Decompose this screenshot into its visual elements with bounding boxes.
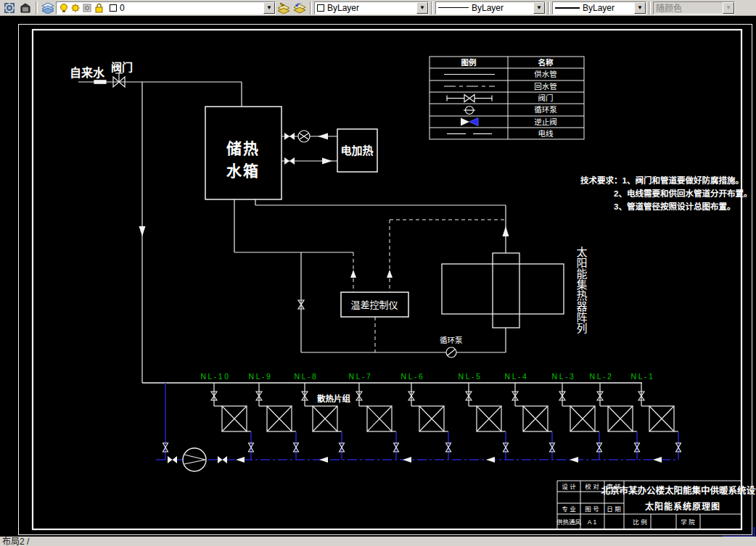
nl-label: NL-4	[505, 372, 529, 381]
layer-states-icon	[20, 2, 31, 14]
toolbar-separator	[310, 1, 312, 15]
linetype-dropdown-arrow[interactable]: ▼	[533, 2, 545, 14]
lineweight-value: ByLayer	[583, 3, 615, 13]
nl-label: NL-10	[200, 372, 230, 381]
lineweight-combobox[interactable]: ByLayer ▼	[552, 1, 646, 15]
layer-states-button[interactable]	[17, 1, 33, 15]
tech-line1: 技术要求：1、阀门和管道要做好防腐措施。	[580, 175, 744, 185]
legend-col-name: 名称	[538, 58, 554, 67]
return-pump-assembly	[163, 383, 228, 471]
toolbar-separator	[548, 1, 550, 15]
legend-pump-symbol	[464, 107, 475, 115]
layers-button[interactable]	[40, 1, 56, 15]
tb-project-title: 北京市某办公楼太阳能集中供暖系统设计	[601, 485, 756, 496]
wire-arrow-up	[350, 270, 356, 278]
tech-line2: 2、电线需要和供回水管道分开布置。	[614, 189, 752, 198]
color-value: ByLayer	[327, 3, 359, 13]
layer-previous-button[interactable]	[292, 1, 308, 15]
layout-tabs-strip[interactable]: 布局2 /	[0, 537, 756, 546]
legend-name-checkvalve: 逆止阀	[534, 117, 557, 126]
nl-label: NL-3	[552, 372, 576, 381]
legend-name-wire: 电线	[538, 129, 554, 138]
radiator-labels: NL-10 NL-9 NL-8 NL-7 NL-6 NL-5 NL-4 NL-3…	[200, 372, 654, 381]
make-layer-current-button[interactable]	[276, 1, 292, 15]
tb-drawingno-label: 图 号	[585, 505, 599, 513]
tb-college-label: 学 院	[681, 518, 695, 526]
schematic-svg: 自来水 阀门 储热 水箱 电加热	[0, 16, 756, 537]
tank-label-line2: 水箱	[226, 162, 260, 179]
collector-pump-label: 循环泵	[440, 336, 463, 344]
tb-design-label: 设 计	[562, 483, 576, 490]
plotstyle-dropdown-arrow: ▼	[723, 2, 734, 14]
collector-pump-icon	[446, 347, 456, 357]
inlet-valve-label: 阀门	[111, 61, 133, 73]
valve-icon	[284, 157, 295, 165]
legend-name-valve: 阀门	[538, 94, 554, 102]
nl-label: NL-5	[459, 372, 482, 381]
heater-label: 电加热	[340, 144, 373, 157]
tb-scale-label: 比 例	[633, 518, 646, 526]
layer-dropdown-arrow[interactable]: ▼	[263, 2, 275, 14]
tb-check-label: 校 对	[585, 483, 599, 490]
lineweight-glyph	[555, 7, 580, 9]
solar-collector	[442, 253, 564, 328]
make-layer-current-icon	[277, 2, 290, 14]
legend-name-supply: 供水管	[534, 70, 557, 78]
controller-label: 温差控制仪	[350, 299, 398, 310]
tech-requirements: 技术要求：1、阀门和管道要做好防腐措施。 2、电线需要和供回水管道分开布置。 3…	[580, 175, 752, 211]
legend-name-return: 回水管	[534, 82, 557, 91]
lineweight-dropdown-arrow[interactable]: ▼	[634, 2, 646, 14]
wire-arrow-up	[387, 270, 393, 278]
layer-combobox[interactable]: 0 ▼	[56, 1, 276, 15]
electric-heater: 电加热	[337, 129, 377, 172]
current-color-swatch	[317, 4, 324, 12]
tb-major-value: 供热通风	[556, 518, 582, 526]
nl-label: NL-8	[295, 372, 319, 381]
flow-arrow-right	[322, 158, 332, 165]
flow-arrow-left	[318, 133, 328, 140]
legend-checkvalve-symbol	[461, 118, 478, 126]
layer-color-swatch	[110, 4, 117, 12]
plotstyle-combobox: 随颜色 ▼	[653, 1, 735, 15]
tap-water-label: 自来水	[70, 66, 105, 79]
layer-properties-button[interactable]	[1, 1, 17, 15]
toolbar-separator	[36, 1, 38, 15]
color-dropdown-arrow[interactable]: ▼	[416, 2, 428, 14]
controller-wires	[353, 220, 506, 352]
layers-icon	[41, 2, 54, 14]
collector-loop-pipes	[234, 199, 506, 352]
tap-water-inlet	[78, 80, 242, 107]
nl-label: NL-9	[249, 372, 273, 381]
nl-label: NL-2	[590, 372, 614, 381]
radiator-group-label: 散热片组	[317, 394, 350, 403]
temperature-controller: 温差控制仪	[341, 292, 408, 317]
tb-sheet-value: A 1	[588, 518, 597, 526]
flow-arrow-down	[139, 226, 146, 236]
legend-name-pump: 循环泵	[534, 105, 557, 114]
nl-label: NL-1	[631, 372, 655, 381]
linetype-combobox[interactable]: ByLayer ▼	[435, 1, 546, 15]
circulation-pump-icon	[183, 448, 206, 471]
radiator-row	[211, 383, 681, 460]
color-combobox[interactable]: ByLayer ▼	[314, 1, 429, 15]
tank-label-line1: 储热	[226, 140, 260, 157]
flow-arrow-up	[503, 226, 509, 236]
legend-valve-symbol	[447, 95, 492, 102]
title-block: 设 计 校 对 审 核 专 业 图 号 日 期 供热通风 A 1 比 例 学 院…	[556, 481, 756, 529]
layer-state-icons	[59, 3, 107, 13]
legend-col-symbol: 图例	[461, 58, 477, 67]
layer-name: 0	[120, 3, 125, 13]
layer-previous-icon	[293, 2, 306, 14]
toolbar-separator	[649, 1, 651, 15]
linetype-glyph	[438, 7, 469, 8]
toolbar: 0 ▼ ByLayer ▼ ByLayer ▼ ByLayer ▼ 随颜色 ▼	[0, 0, 756, 16]
linetype-value: ByLayer	[472, 3, 504, 13]
layer-properties-icon	[4, 2, 15, 14]
heater-loop-pipes	[282, 136, 337, 161]
drawing-canvas[interactable]: 自来水 阀门 储热 水箱 电加热	[0, 16, 756, 537]
layout-tab-label[interactable]: 布局2 /	[2, 537, 29, 546]
valve-icon	[284, 133, 295, 140]
nl-label: NL-7	[349, 372, 373, 381]
heater-pump-icon	[298, 131, 310, 142]
legend-table: 图例 名称 供水管 回水管 阀门 循环泵 逆止阀 电线	[430, 57, 584, 139]
